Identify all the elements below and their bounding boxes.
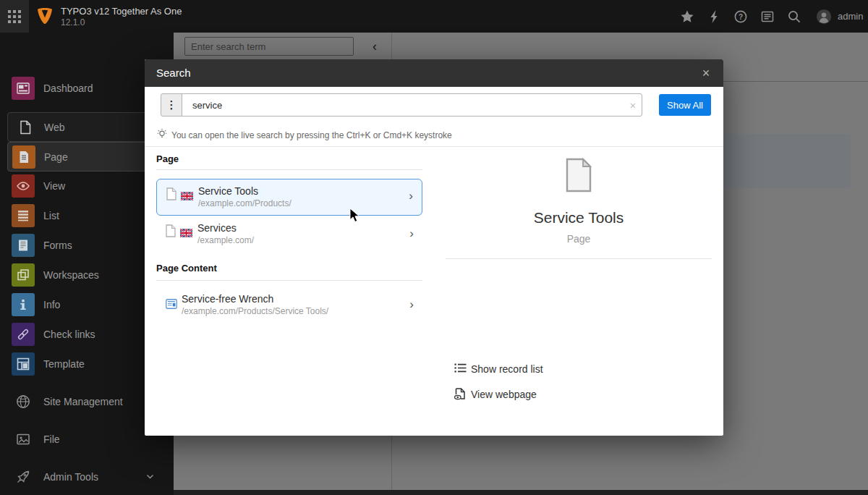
image-icon bbox=[16, 432, 30, 447]
bookmark-icon[interactable] bbox=[681, 10, 694, 23]
sidebar-item-label: Template bbox=[43, 350, 85, 379]
page-icon bbox=[166, 224, 176, 237]
result-path: /example.com/Products/ bbox=[198, 198, 292, 208]
typo3-logo-icon bbox=[38, 8, 52, 24]
top-bar: TYPO3 v12 Together As One 12.1.0 ? admin bbox=[0, 0, 868, 33]
sidebar-item-label: Check links bbox=[43, 320, 95, 350]
check-links-module-icon bbox=[12, 323, 35, 346]
clear-input-icon[interactable]: × bbox=[624, 93, 642, 117]
record-list-icon bbox=[454, 363, 467, 373]
sidebar-item-label: Admin Tools bbox=[43, 462, 98, 492]
module-menu-toggle-button[interactable] bbox=[0, 0, 29, 33]
result-detail-panel: Service Tools Page Show record list bbox=[446, 147, 712, 422]
sidebar-item-label: List bbox=[43, 201, 59, 231]
sidebar-item-label: Forms bbox=[43, 231, 72, 261]
view-module-icon bbox=[12, 174, 35, 198]
action-view-webpage[interactable]: View webpage bbox=[446, 386, 712, 404]
dashboard-icon bbox=[12, 77, 35, 100]
sidebar-item-label: Dashboard bbox=[43, 74, 93, 103]
modal-header: Search × bbox=[145, 59, 723, 87]
live-search-input[interactable] bbox=[182, 93, 642, 117]
sidebar-item-label: Page bbox=[44, 143, 68, 172]
close-icon[interactable]: × bbox=[696, 63, 716, 83]
divider bbox=[156, 169, 422, 170]
action-show-record-list[interactable]: Show record list bbox=[446, 361, 712, 378]
typo3-version: 12.1.0 bbox=[61, 17, 85, 28]
info-module-icon bbox=[12, 293, 35, 316]
chevron-right-icon: › bbox=[409, 297, 414, 312]
section-header-page-content: Page Content bbox=[156, 263, 217, 274]
sidebar-item-admin-tools[interactable]: Admin Tools bbox=[0, 462, 174, 492]
result-service-tools[interactable]: Service Tools /example.com/Products/ › bbox=[156, 179, 422, 216]
detail-type-label: Page bbox=[446, 233, 712, 245]
chevron-right-icon: › bbox=[409, 227, 414, 241]
sidebar-item-label: File bbox=[43, 425, 60, 454]
result-path: /example.com/Products/Service Tools/ bbox=[182, 306, 328, 316]
forms-module-icon bbox=[12, 234, 35, 257]
sidebar-item-label: Info bbox=[43, 290, 60, 320]
sidebar-item-label: Site Management bbox=[43, 387, 123, 417]
rocket-icon bbox=[16, 470, 30, 484]
chevron-down-icon bbox=[146, 474, 154, 480]
modal-title: Search bbox=[156, 59, 191, 87]
result-services[interactable]: Services /example.com/ › bbox=[156, 219, 422, 252]
system-information-icon[interactable] bbox=[761, 10, 774, 23]
result-title: Service-free Wrench bbox=[182, 293, 273, 305]
uk-flag-icon bbox=[180, 229, 192, 237]
page-module-icon bbox=[12, 145, 35, 169]
content-element-icon bbox=[166, 299, 177, 309]
view-webpage-icon bbox=[454, 388, 467, 400]
lightbulb-icon bbox=[156, 128, 168, 140]
list-module-icon bbox=[12, 204, 35, 227]
user-avatar[interactable] bbox=[816, 9, 832, 25]
svg-text:?: ? bbox=[739, 13, 743, 21]
page-icon-large bbox=[565, 158, 592, 192]
divider bbox=[446, 258, 712, 259]
result-title: Service Tools bbox=[198, 185, 258, 197]
search-icon[interactable] bbox=[788, 10, 801, 23]
clear-cache-icon[interactable] bbox=[708, 10, 721, 23]
show-all-button[interactable]: Show All bbox=[659, 94, 711, 116]
sidebar-item-label: View bbox=[43, 172, 65, 201]
web-icon bbox=[18, 120, 33, 135]
action-label: View webpage bbox=[471, 389, 537, 400]
detail-title: Service Tools bbox=[446, 209, 712, 227]
help-icon[interactable]: ? bbox=[734, 10, 747, 23]
result-service-free-wrench[interactable]: Service-free Wrench /example.com/Product… bbox=[156, 289, 422, 323]
divider bbox=[156, 280, 422, 281]
mouse-cursor bbox=[349, 208, 362, 224]
site-title: TYPO3 v12 Together As One bbox=[61, 6, 182, 17]
result-title: Services bbox=[197, 222, 237, 234]
result-path: /example.com/ bbox=[197, 235, 254, 245]
section-header-page: Page bbox=[156, 153, 179, 164]
globe-icon bbox=[16, 394, 30, 409]
action-label: Show record list bbox=[471, 363, 543, 375]
search-modal: Search × ⋮ × Show All You can open the l… bbox=[145, 59, 723, 436]
sidebar-item-label: Web bbox=[44, 113, 65, 143]
grid-icon bbox=[8, 10, 21, 23]
template-module-icon bbox=[12, 352, 35, 376]
uk-flag-icon bbox=[181, 192, 193, 200]
sidebar-item-label: Workspaces bbox=[43, 261, 99, 290]
workspaces-module-icon bbox=[12, 263, 35, 287]
search-hint-text: You can open the live search by pressing… bbox=[171, 130, 452, 140]
username-label[interactable]: admin bbox=[838, 11, 863, 22]
chevron-right-icon: › bbox=[409, 189, 413, 203]
typo3-backend: ‹ tent. TYPO3 v12 Together As One 12.1.0 bbox=[0, 0, 868, 495]
page-icon bbox=[166, 187, 176, 200]
search-options-button[interactable]: ⋮ bbox=[161, 93, 182, 117]
